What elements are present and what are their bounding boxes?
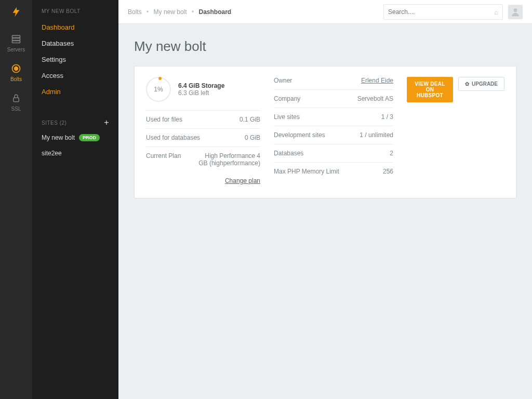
dashboard-panel: 1% 6.4 GiB Storage 6.3 GiB left Used for… <box>134 66 516 198</box>
kv-val: 1 / unlimited <box>360 131 393 139</box>
kv-key: Used for files <box>146 116 182 123</box>
breadcrumb-link[interactable]: My new bolt <box>154 8 187 16</box>
subnav-item-settings[interactable]: Settings <box>32 51 118 68</box>
iconbar-label: Servers <box>7 47 25 52</box>
site-item[interactable]: My new bolt PROD <box>32 130 118 145</box>
bolts-icon <box>10 63 22 74</box>
topbar: Bolts • My new bolt • Dashboard ⌕ <box>118 0 532 24</box>
subnav-title: MY NEW BOLT <box>32 8 118 19</box>
upgrade-label: UPGRADE <box>472 81 498 87</box>
kv-key: Used for databases <box>146 134 200 141</box>
prod-badge: PROD <box>79 134 100 141</box>
upgrade-button[interactable]: ✿ UPGRADE <box>458 77 504 91</box>
gear-icon: ✿ <box>465 81 469 87</box>
site-label: site2ee <box>42 150 62 157</box>
storage-left: 6.3 GiB left <box>178 89 224 97</box>
breadcrumb: Bolts • My new bolt • Dashboard <box>128 8 383 16</box>
kv-key: Development sites <box>274 131 325 139</box>
owner-link[interactable]: Erlend Eide <box>361 77 393 84</box>
change-plan-link[interactable]: Change plan <box>225 177 260 184</box>
search-box[interactable]: ⌕ <box>383 4 503 20</box>
logo[interactable] <box>9 5 23 19</box>
site-label: My new bolt <box>42 134 75 141</box>
svg-rect-0 <box>12 35 20 37</box>
storage-total: 6.4 GiB Storage <box>178 82 224 89</box>
view-deal-button[interactable]: VIEW DEAL ON HUBSPOT <box>407 77 453 102</box>
subnav-item-admin[interactable]: Admin <box>32 84 118 100</box>
lock-icon <box>10 92 22 104</box>
svg-point-6 <box>514 8 517 12</box>
kv-val: High Performance 4 GB (highperformance) <box>198 152 260 167</box>
page-title: My new bolt <box>134 38 516 55</box>
breadcrumb-current: Dashboard <box>199 8 232 16</box>
subnav: MY NEW BOLT Dashboard Databases Settings… <box>32 0 118 399</box>
kv-key: Max PHP Memory Limit <box>274 168 339 175</box>
search-input[interactable] <box>388 8 494 16</box>
storage-percent: 1% <box>154 86 163 93</box>
subnav-item-dashboard[interactable]: Dashboard <box>32 19 118 35</box>
kv-val: 1 / 3 <box>381 113 393 121</box>
svg-rect-5 <box>14 98 19 102</box>
subnav-item-access[interactable]: Access <box>32 68 118 84</box>
kv-val: Servebolt AS <box>357 95 393 102</box>
iconbar-label: SSL <box>11 106 21 112</box>
iconbar-item-bolts[interactable]: Bolts <box>0 58 32 87</box>
kv-val: 0.1 GiB <box>240 116 260 123</box>
sites-header: SITES (2) <box>42 120 66 126</box>
breadcrumb-sep: • <box>147 8 149 16</box>
breadcrumb-sep: • <box>192 8 194 16</box>
iconbar-item-servers[interactable]: Servers <box>0 28 32 58</box>
search-icon: ⌕ <box>494 8 498 16</box>
user-avatar[interactable] <box>508 5 523 19</box>
site-item[interactable]: site2ee <box>32 145 118 161</box>
breadcrumb-link[interactable]: Bolts <box>128 8 142 16</box>
kv-val: 2 <box>390 150 393 157</box>
kv-key: Current Plan <box>146 152 181 167</box>
add-site-button[interactable]: + <box>104 118 109 127</box>
svg-rect-2 <box>12 41 20 43</box>
svg-point-4 <box>15 67 18 71</box>
storage-gauge: 1% <box>146 77 171 102</box>
kv-key: Live sites <box>274 113 300 121</box>
kv-key: Owner <box>274 77 292 84</box>
kv-key: Databases <box>274 150 303 157</box>
servers-icon <box>10 33 22 45</box>
kv-key: Company <box>274 95 300 102</box>
subnav-item-databases[interactable]: Databases <box>32 35 118 51</box>
kv-val: 256 <box>383 168 393 175</box>
iconbar-label: Bolts <box>10 76 22 82</box>
iconbar-item-ssl[interactable]: SSL <box>0 87 32 117</box>
svg-rect-1 <box>12 38 20 40</box>
kv-val: 0 GiB <box>245 134 260 141</box>
iconbar: Servers Bolts SSL <box>0 0 32 399</box>
